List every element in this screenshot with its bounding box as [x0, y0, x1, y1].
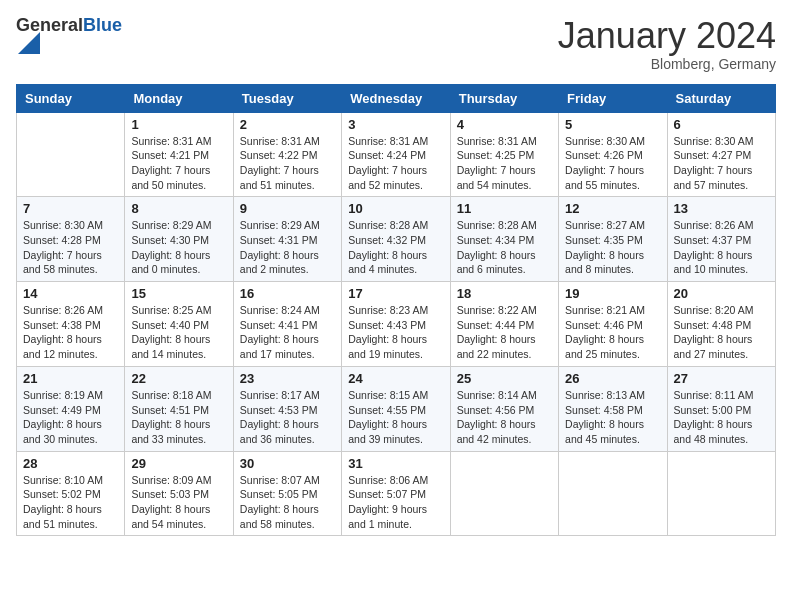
calendar-cell: 15Sunrise: 8:25 AMSunset: 4:40 PMDayligh…: [125, 282, 233, 367]
svg-marker-0: [18, 32, 40, 54]
calendar-cell: 5Sunrise: 8:30 AMSunset: 4:26 PMDaylight…: [559, 112, 667, 197]
day-number: 30: [240, 456, 335, 471]
calendar-cell: 7Sunrise: 8:30 AMSunset: 4:28 PMDaylight…: [17, 197, 125, 282]
calendar-cell: 9Sunrise: 8:29 AMSunset: 4:31 PMDaylight…: [233, 197, 341, 282]
day-number: 5: [565, 117, 660, 132]
calendar-cell: 21Sunrise: 8:19 AMSunset: 4:49 PMDayligh…: [17, 366, 125, 451]
calendar-week-row: 28Sunrise: 8:10 AMSunset: 5:02 PMDayligh…: [17, 451, 776, 536]
day-number: 24: [348, 371, 443, 386]
logo-blue: Blue: [83, 15, 122, 35]
calendar-cell: 8Sunrise: 8:29 AMSunset: 4:30 PMDaylight…: [125, 197, 233, 282]
calendar-cell: 23Sunrise: 8:17 AMSunset: 4:53 PMDayligh…: [233, 366, 341, 451]
calendar-cell: 1Sunrise: 8:31 AMSunset: 4:21 PMDaylight…: [125, 112, 233, 197]
calendar-cell: 10Sunrise: 8:28 AMSunset: 4:32 PMDayligh…: [342, 197, 450, 282]
day-info: Sunrise: 8:14 AMSunset: 4:56 PMDaylight:…: [457, 388, 552, 447]
day-number: 3: [348, 117, 443, 132]
calendar-cell: 30Sunrise: 8:07 AMSunset: 5:05 PMDayligh…: [233, 451, 341, 536]
day-number: 17: [348, 286, 443, 301]
calendar-cell: 26Sunrise: 8:13 AMSunset: 4:58 PMDayligh…: [559, 366, 667, 451]
weekday-header: Monday: [125, 84, 233, 112]
day-info: Sunrise: 8:24 AMSunset: 4:41 PMDaylight:…: [240, 303, 335, 362]
day-number: 25: [457, 371, 552, 386]
day-number: 26: [565, 371, 660, 386]
calendar-cell: 29Sunrise: 8:09 AMSunset: 5:03 PMDayligh…: [125, 451, 233, 536]
day-info: Sunrise: 8:26 AMSunset: 4:38 PMDaylight:…: [23, 303, 118, 362]
day-info: Sunrise: 8:27 AMSunset: 4:35 PMDaylight:…: [565, 218, 660, 277]
day-info: Sunrise: 8:30 AMSunset: 4:27 PMDaylight:…: [674, 134, 769, 193]
calendar-cell: 4Sunrise: 8:31 AMSunset: 4:25 PMDaylight…: [450, 112, 558, 197]
day-number: 8: [131, 201, 226, 216]
calendar-cell: 28Sunrise: 8:10 AMSunset: 5:02 PMDayligh…: [17, 451, 125, 536]
day-info: Sunrise: 8:30 AMSunset: 4:26 PMDaylight:…: [565, 134, 660, 193]
day-info: Sunrise: 8:31 AMSunset: 4:25 PMDaylight:…: [457, 134, 552, 193]
day-number: 1: [131, 117, 226, 132]
location: Blomberg, Germany: [558, 56, 776, 72]
day-info: Sunrise: 8:25 AMSunset: 4:40 PMDaylight:…: [131, 303, 226, 362]
day-number: 13: [674, 201, 769, 216]
day-info: Sunrise: 8:31 AMSunset: 4:21 PMDaylight:…: [131, 134, 226, 193]
calendar-week-row: 14Sunrise: 8:26 AMSunset: 4:38 PMDayligh…: [17, 282, 776, 367]
calendar-cell: 2Sunrise: 8:31 AMSunset: 4:22 PMDaylight…: [233, 112, 341, 197]
calendar-cell: [17, 112, 125, 197]
calendar-cell: 3Sunrise: 8:31 AMSunset: 4:24 PMDaylight…: [342, 112, 450, 197]
calendar-cell: 19Sunrise: 8:21 AMSunset: 4:46 PMDayligh…: [559, 282, 667, 367]
calendar-cell: 22Sunrise: 8:18 AMSunset: 4:51 PMDayligh…: [125, 366, 233, 451]
weekday-header: Sunday: [17, 84, 125, 112]
day-number: 4: [457, 117, 552, 132]
day-info: Sunrise: 8:21 AMSunset: 4:46 PMDaylight:…: [565, 303, 660, 362]
calendar-cell: [559, 451, 667, 536]
weekday-header: Wednesday: [342, 84, 450, 112]
day-number: 21: [23, 371, 118, 386]
title-block: January 2024 Blomberg, Germany: [558, 16, 776, 72]
day-number: 18: [457, 286, 552, 301]
calendar-header-row: SundayMondayTuesdayWednesdayThursdayFrid…: [17, 84, 776, 112]
calendar-cell: 11Sunrise: 8:28 AMSunset: 4:34 PMDayligh…: [450, 197, 558, 282]
day-info: Sunrise: 8:29 AMSunset: 4:30 PMDaylight:…: [131, 218, 226, 277]
calendar-week-row: 21Sunrise: 8:19 AMSunset: 4:49 PMDayligh…: [17, 366, 776, 451]
weekday-header: Tuesday: [233, 84, 341, 112]
day-number: 14: [23, 286, 118, 301]
calendar-cell: 27Sunrise: 8:11 AMSunset: 5:00 PMDayligh…: [667, 366, 775, 451]
day-number: 23: [240, 371, 335, 386]
day-info: Sunrise: 8:22 AMSunset: 4:44 PMDaylight:…: [457, 303, 552, 362]
logo: GeneralBlue: [16, 16, 122, 58]
day-number: 29: [131, 456, 226, 471]
calendar-cell: 14Sunrise: 8:26 AMSunset: 4:38 PMDayligh…: [17, 282, 125, 367]
day-number: 11: [457, 201, 552, 216]
calendar-cell: 24Sunrise: 8:15 AMSunset: 4:55 PMDayligh…: [342, 366, 450, 451]
day-number: 7: [23, 201, 118, 216]
calendar-cell: 12Sunrise: 8:27 AMSunset: 4:35 PMDayligh…: [559, 197, 667, 282]
month-title: January 2024: [558, 16, 776, 56]
day-number: 28: [23, 456, 118, 471]
weekday-header: Friday: [559, 84, 667, 112]
day-number: 22: [131, 371, 226, 386]
day-info: Sunrise: 8:09 AMSunset: 5:03 PMDaylight:…: [131, 473, 226, 532]
day-number: 2: [240, 117, 335, 132]
calendar-cell: 18Sunrise: 8:22 AMSunset: 4:44 PMDayligh…: [450, 282, 558, 367]
day-info: Sunrise: 8:07 AMSunset: 5:05 PMDaylight:…: [240, 473, 335, 532]
day-info: Sunrise: 8:30 AMSunset: 4:28 PMDaylight:…: [23, 218, 118, 277]
day-info: Sunrise: 8:28 AMSunset: 4:34 PMDaylight:…: [457, 218, 552, 277]
weekday-header: Thursday: [450, 84, 558, 112]
calendar-week-row: 7Sunrise: 8:30 AMSunset: 4:28 PMDaylight…: [17, 197, 776, 282]
day-info: Sunrise: 8:28 AMSunset: 4:32 PMDaylight:…: [348, 218, 443, 277]
calendar-cell: 31Sunrise: 8:06 AMSunset: 5:07 PMDayligh…: [342, 451, 450, 536]
day-number: 9: [240, 201, 335, 216]
day-number: 31: [348, 456, 443, 471]
day-info: Sunrise: 8:17 AMSunset: 4:53 PMDaylight:…: [240, 388, 335, 447]
calendar-cell: [450, 451, 558, 536]
day-number: 6: [674, 117, 769, 132]
page-header: GeneralBlue January 2024 Blomberg, Germa…: [16, 16, 776, 72]
day-info: Sunrise: 8:10 AMSunset: 5:02 PMDaylight:…: [23, 473, 118, 532]
calendar-cell: 16Sunrise: 8:24 AMSunset: 4:41 PMDayligh…: [233, 282, 341, 367]
calendar-table: SundayMondayTuesdayWednesdayThursdayFrid…: [16, 84, 776, 537]
day-number: 16: [240, 286, 335, 301]
day-number: 20: [674, 286, 769, 301]
day-info: Sunrise: 8:29 AMSunset: 4:31 PMDaylight:…: [240, 218, 335, 277]
day-info: Sunrise: 8:13 AMSunset: 4:58 PMDaylight:…: [565, 388, 660, 447]
calendar-cell: [667, 451, 775, 536]
day-number: 19: [565, 286, 660, 301]
calendar-cell: 6Sunrise: 8:30 AMSunset: 4:27 PMDaylight…: [667, 112, 775, 197]
day-number: 15: [131, 286, 226, 301]
day-number: 10: [348, 201, 443, 216]
